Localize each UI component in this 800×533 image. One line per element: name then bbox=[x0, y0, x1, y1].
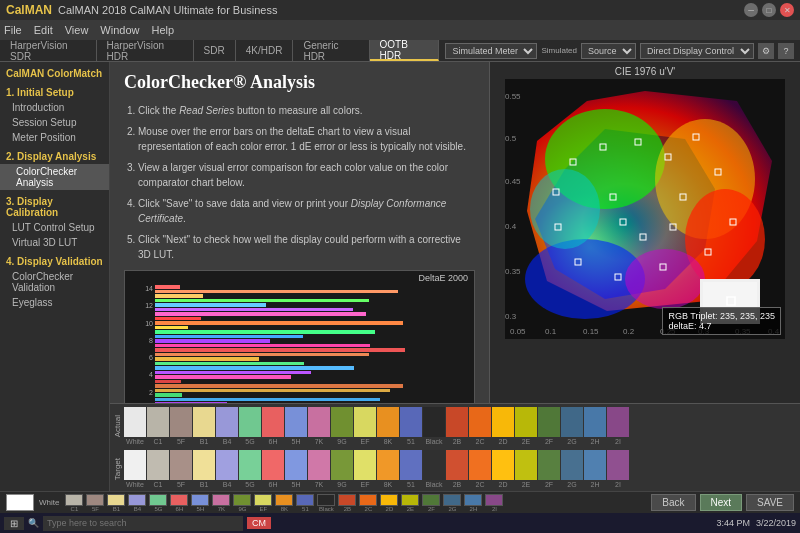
taskbar-search-input[interactable] bbox=[43, 516, 243, 531]
sidebar-section-colormatch: CalMAN ColorMatch bbox=[0, 66, 109, 81]
bottom-swatch-5h[interactable]: 5H bbox=[190, 494, 210, 512]
swatch-label-c1: C1 bbox=[148, 438, 168, 445]
bottom-swatch-2i[interactable]: 2I bbox=[484, 494, 504, 512]
actual-swatch-b1 bbox=[193, 407, 215, 437]
swatch-label-target-2i: 2I bbox=[608, 481, 628, 488]
sidebar-section-initial-setup: 1. Initial Setup Introduction Session Se… bbox=[0, 85, 109, 145]
tab-generic-hdr[interactable]: Generic HDR bbox=[293, 40, 369, 61]
menu-help[interactable]: Help bbox=[151, 24, 174, 36]
bottom-swatch-c1[interactable]: C1 bbox=[64, 494, 84, 512]
sidebar-item-virtual-3d-lut[interactable]: Virtual 3D LUT bbox=[0, 235, 109, 250]
sidebar-item-introduction[interactable]: Introduction bbox=[0, 100, 109, 115]
bottom-swatch-2f[interactable]: 2F bbox=[421, 494, 441, 512]
actual-label: Actual bbox=[110, 413, 124, 439]
bottom-swatch-5f[interactable]: 5F bbox=[85, 494, 105, 512]
target-swatch-2h bbox=[584, 450, 606, 480]
swatch-label-target-8k: 8K bbox=[378, 481, 398, 488]
swatch-label-6h: 6H bbox=[263, 438, 283, 445]
right-panel: CIE 1976 u'V' bbox=[490, 62, 800, 403]
bottom-swatch-b4[interactable]: B4 bbox=[127, 494, 147, 512]
display-select[interactable]: Direct Display Control bbox=[640, 43, 754, 59]
swatch-label-2h: 2H bbox=[585, 438, 605, 445]
bottom-swatch-2e[interactable]: 2E bbox=[400, 494, 420, 512]
sidebar-item-lut-control[interactable]: LUT Control Setup bbox=[0, 220, 109, 235]
menu-file[interactable]: File bbox=[4, 24, 22, 36]
menu-view[interactable]: View bbox=[65, 24, 89, 36]
menu-edit[interactable]: Edit bbox=[34, 24, 53, 36]
swatch-label-target-2f: 2F bbox=[539, 481, 559, 488]
sidebar-item-meter-position[interactable]: Meter Position bbox=[0, 130, 109, 145]
swatch-label-2f: 2F bbox=[539, 438, 559, 445]
next-button[interactable]: Next bbox=[700, 494, 743, 511]
sidebar-item-colorchecker-analysis[interactable]: ColorChecker Analysis bbox=[0, 164, 109, 190]
swatch-label-5f: 5F bbox=[171, 438, 191, 445]
save-button[interactable]: SAVE bbox=[746, 494, 794, 511]
actual-swatch-2d bbox=[492, 407, 514, 437]
start-button[interactable]: ⊞ bbox=[4, 517, 24, 530]
meter-select[interactable]: Simulated Meter bbox=[445, 43, 537, 59]
close-button[interactable]: ✕ bbox=[780, 3, 794, 17]
svg-text:0.2: 0.2 bbox=[623, 327, 635, 336]
sidebar-item-session-setup[interactable]: Session Setup bbox=[0, 115, 109, 130]
bottom-swatch-2c[interactable]: 2C bbox=[358, 494, 378, 512]
swatch-label-2e: 2E bbox=[516, 438, 536, 445]
svg-text:0.35: 0.35 bbox=[505, 267, 521, 276]
actual-swatch-5h bbox=[285, 407, 307, 437]
settings-button[interactable]: ⚙ bbox=[758, 43, 774, 59]
bottom-swatch-6h[interactable]: 6H bbox=[169, 494, 189, 512]
menu-window[interactable]: Window bbox=[100, 24, 139, 36]
help-button[interactable]: ? bbox=[778, 43, 794, 59]
instruction-3: View a larger visual error comparison fo… bbox=[138, 160, 475, 190]
tab-harper-sdr[interactable]: HarperVision SDR bbox=[0, 40, 97, 61]
actual-swatch-c1 bbox=[147, 407, 169, 437]
maximize-button[interactable]: □ bbox=[762, 3, 776, 17]
swatch-label-target-5h: 5H bbox=[286, 481, 306, 488]
app-logo: CalMAN bbox=[6, 3, 52, 17]
bottombar: White C15FB1B45G6H5H7K9GEF8K51Black2B2C2… bbox=[0, 491, 800, 513]
bottom-swatch-9g[interactable]: 9G bbox=[232, 494, 252, 512]
svg-text:0.05: 0.05 bbox=[510, 327, 526, 336]
instructions: Click the Read Series button to measure … bbox=[124, 103, 475, 262]
bottom-swatch-2g[interactable]: 2G bbox=[442, 494, 462, 512]
sidebar-item-eyeglass[interactable]: Eyeglass bbox=[0, 295, 109, 310]
svg-text:0.45: 0.45 bbox=[505, 177, 521, 186]
cie-chart: 0.05 0.1 0.15 0.2 0.25 0.3 0.35 0.4 0.3 … bbox=[505, 79, 785, 339]
source-select[interactable]: Source bbox=[581, 43, 636, 59]
rgb-triplet: RGB Triplet: 235, 235, 235 deltaE: 4.7 bbox=[662, 307, 781, 335]
content-inner: ColorChecker® Analysis Click the Read Se… bbox=[110, 62, 800, 403]
tab-ootb-hdr[interactable]: OOTB HDR bbox=[370, 40, 440, 61]
target-swatch-5h bbox=[285, 450, 307, 480]
tab-harper-hdr[interactable]: HarperVision HDR bbox=[97, 40, 194, 61]
bottom-swatch-51[interactable]: 51 bbox=[295, 494, 315, 512]
bottom-swatch-5g[interactable]: 5G bbox=[148, 494, 168, 512]
swatch-label-target-ef: EF bbox=[355, 481, 375, 488]
bottom-swatch-7k[interactable]: 7K bbox=[211, 494, 231, 512]
back-button[interactable]: Back bbox=[651, 494, 695, 511]
sidebar-section-display-analysis: 2. Display Analysis ColorChecker Analysi… bbox=[0, 149, 109, 190]
swatch-label-5g: 5G bbox=[240, 438, 260, 445]
taskbar-app-cm[interactable]: CM bbox=[247, 517, 271, 529]
bottom-swatch-black[interactable]: Black bbox=[316, 494, 336, 512]
sidebar-item-colorchecker-validation[interactable]: ColorChecker Validation bbox=[0, 269, 109, 295]
swatch-label-2i: 2I bbox=[608, 438, 628, 445]
instruction-2: Mouse over the error bars on the deltaE … bbox=[138, 124, 475, 154]
instruction-1: Click the Read Series button to measure … bbox=[138, 103, 475, 118]
svg-text:0.55: 0.55 bbox=[505, 92, 521, 101]
bottom-swatch-b1[interactable]: B1 bbox=[106, 494, 126, 512]
tab-sdr[interactable]: SDR bbox=[194, 40, 236, 61]
taskbar-date: 3/22/2019 bbox=[756, 518, 796, 528]
bottom-swatch-8k[interactable]: 8K bbox=[274, 494, 294, 512]
bottom-swatch-2h[interactable]: 2H bbox=[463, 494, 483, 512]
bottom-swatch-ef[interactable]: EF bbox=[253, 494, 273, 512]
actual-swatch-2c bbox=[469, 407, 491, 437]
minimize-button[interactable]: ─ bbox=[744, 3, 758, 17]
bottom-swatch-2b[interactable]: 2B bbox=[337, 494, 357, 512]
swatch-label-target-6h: 6H bbox=[263, 481, 283, 488]
content-area: ColorChecker® Analysis Click the Read Se… bbox=[110, 62, 800, 491]
swatch-label-target-2h: 2H bbox=[585, 481, 605, 488]
swatch-label-target-2b: 2B bbox=[447, 481, 467, 488]
sidebar-section-colormatch-title: CalMAN ColorMatch bbox=[0, 66, 109, 81]
tab-4k-hdr[interactable]: 4K/HDR bbox=[236, 40, 294, 61]
bottom-swatch-2d[interactable]: 2D bbox=[379, 494, 399, 512]
target-swatch-51 bbox=[400, 450, 422, 480]
